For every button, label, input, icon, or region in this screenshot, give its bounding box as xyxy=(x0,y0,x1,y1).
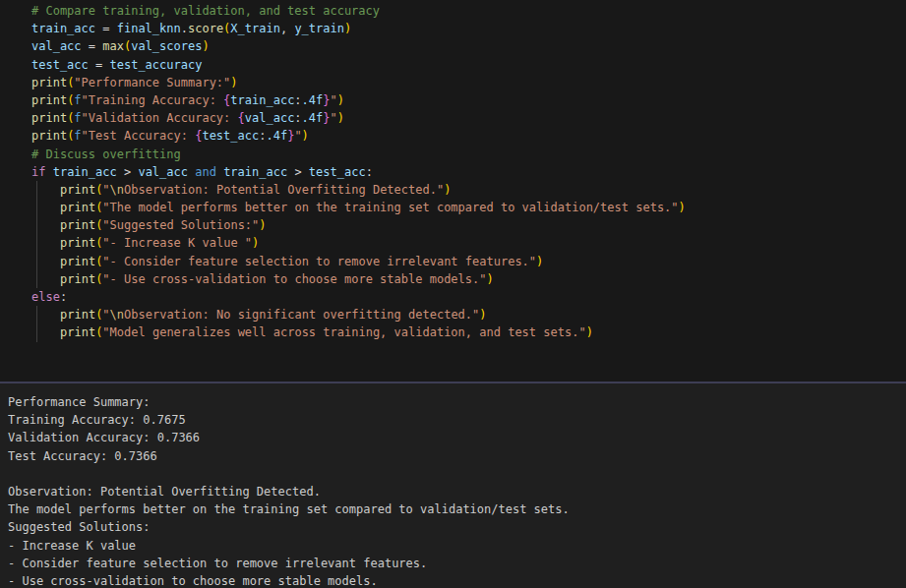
code-line: print("- Increase K value ") xyxy=(31,234,906,252)
code-line: print("- Use cross-validation to choose … xyxy=(31,270,906,288)
code-line: else: xyxy=(31,288,906,306)
indent-guide xyxy=(31,234,60,252)
code-token: f xyxy=(74,93,81,107)
indent-guide xyxy=(31,199,60,216)
code-line: print(f"Training Accuracy: {train_acc:.4… xyxy=(31,91,906,109)
indent-guide xyxy=(31,270,60,288)
code-token: test_acc xyxy=(309,165,366,179)
output-line: - Use cross-validation to choose more st… xyxy=(8,572,906,588)
code-line: train_acc = final_knn.score(X_train, y_t… xyxy=(31,20,906,37)
code-token: print xyxy=(31,93,67,107)
code-token: "- Consider feature selection to remove … xyxy=(102,255,536,268)
indent-guide xyxy=(31,323,60,341)
code-token: print xyxy=(60,308,95,322)
code-token xyxy=(45,165,52,179)
code-token: } xyxy=(323,111,330,125)
code-token: ) xyxy=(479,308,486,322)
code-token: "- Use cross-validation to choose more s… xyxy=(102,272,486,286)
code-token: ) xyxy=(259,218,266,232)
code-token: train_acc xyxy=(223,165,287,179)
code-token: ) xyxy=(586,325,593,339)
code-token: = xyxy=(95,22,117,35)
code-token: final_knn xyxy=(117,22,181,35)
code-token: ) xyxy=(230,76,237,89)
code-token: { xyxy=(238,111,245,125)
code-token: f xyxy=(74,111,81,125)
code-token: : xyxy=(60,290,67,304)
code-token: ) xyxy=(302,129,309,143)
code-token: "Performance Summary:" xyxy=(74,76,230,89)
code-token: .4f xyxy=(302,93,324,107)
code-token: score xyxy=(188,22,223,35)
code-token: y_train xyxy=(294,22,344,35)
code-token: "Model generalizes well across training,… xyxy=(102,325,585,339)
code-token: print xyxy=(31,76,67,89)
code-token: .4f xyxy=(266,129,287,143)
code-token: : xyxy=(294,93,301,107)
code-token: f xyxy=(74,129,81,143)
code-token: " xyxy=(102,183,109,197)
code-token: " xyxy=(331,93,337,107)
code-token: = xyxy=(82,39,103,53)
code-token: test_accuracy xyxy=(109,58,202,72)
code-line: print("Model generalizes well across tra… xyxy=(31,323,906,341)
code-token: else xyxy=(31,290,60,304)
cell-output: Performance Summary:Training Accuracy: 0… xyxy=(0,383,906,588)
code-token: ) xyxy=(202,39,209,53)
indent-guide xyxy=(31,216,60,234)
code-token: ) xyxy=(337,93,344,107)
code-token: ) xyxy=(679,201,686,214)
code-token: "Validation Accuracy: xyxy=(82,111,238,125)
code-line: print(f"Test Accuracy: {test_acc:.4f}") xyxy=(31,127,906,145)
code-line: print("Suggested Solutions:") xyxy=(31,216,906,234)
indent-guide xyxy=(31,306,60,323)
code-line: if train_acc > val_acc and train_acc > t… xyxy=(31,163,906,181)
code-token: ) xyxy=(337,111,344,125)
code-token: print xyxy=(60,272,95,286)
code-token: print xyxy=(60,255,95,268)
indent-guide xyxy=(31,253,60,270)
code-token: print xyxy=(60,183,95,197)
code-token: print xyxy=(31,129,67,143)
code-token: and xyxy=(195,165,216,179)
code-line: val_acc = max(val_scores) xyxy=(31,37,906,55)
code-token: ) xyxy=(252,236,259,250)
code-token: . xyxy=(181,22,188,35)
output-line: Performance Summary: xyxy=(8,393,906,411)
code-token: = xyxy=(89,58,110,72)
code-token: ) xyxy=(487,272,494,286)
output-line: Test Accuracy: 0.7366 xyxy=(8,447,906,465)
code-token: print xyxy=(60,201,95,214)
code-token: test_acc xyxy=(202,129,259,143)
output-line: Training Accuracy: 0.7675 xyxy=(8,411,906,429)
code-token: # Compare training, validation, and test… xyxy=(31,4,380,18)
code-token: "- Increase K value " xyxy=(102,236,252,250)
code-token: print xyxy=(31,111,67,125)
code-token: # Discuss overfitting xyxy=(31,147,181,161)
code-token: X_train xyxy=(230,22,280,35)
code-token: test_acc xyxy=(31,58,89,72)
code-line: print(f"Validation Accuracy: {val_acc:.4… xyxy=(31,109,906,127)
output-line xyxy=(8,465,906,483)
code-editor[interactable]: # Compare training, validation, and test… xyxy=(0,0,906,382)
output-line: - Consider feature selection to remove i… xyxy=(8,555,906,572)
code-token: val_scores xyxy=(131,39,202,53)
output-line: Suggested Solutions: xyxy=(8,518,906,536)
code-token: "Suggested Solutions:" xyxy=(102,218,259,232)
code-token: \n xyxy=(110,308,124,322)
code-token: } xyxy=(323,93,330,107)
code-token: "Test Accuracy: xyxy=(82,129,196,143)
code-line: print("\nObservation: No significant ove… xyxy=(31,306,906,323)
output-line: Validation Accuracy: 0.7366 xyxy=(8,429,906,446)
code-line: # Discuss overfitting xyxy=(31,146,906,163)
code-token: "The model performs better on the traini… xyxy=(102,201,678,214)
code-token: " xyxy=(102,308,109,322)
code-token: ) xyxy=(536,255,543,268)
code-token: ) xyxy=(444,183,451,197)
code-token: : xyxy=(294,111,301,125)
code-token: val_acc xyxy=(245,111,295,125)
code-token: val_acc xyxy=(138,165,188,179)
code-line: print("The model performs better on the … xyxy=(31,199,906,216)
code-token: > xyxy=(287,165,309,179)
code-token: print xyxy=(60,236,95,250)
